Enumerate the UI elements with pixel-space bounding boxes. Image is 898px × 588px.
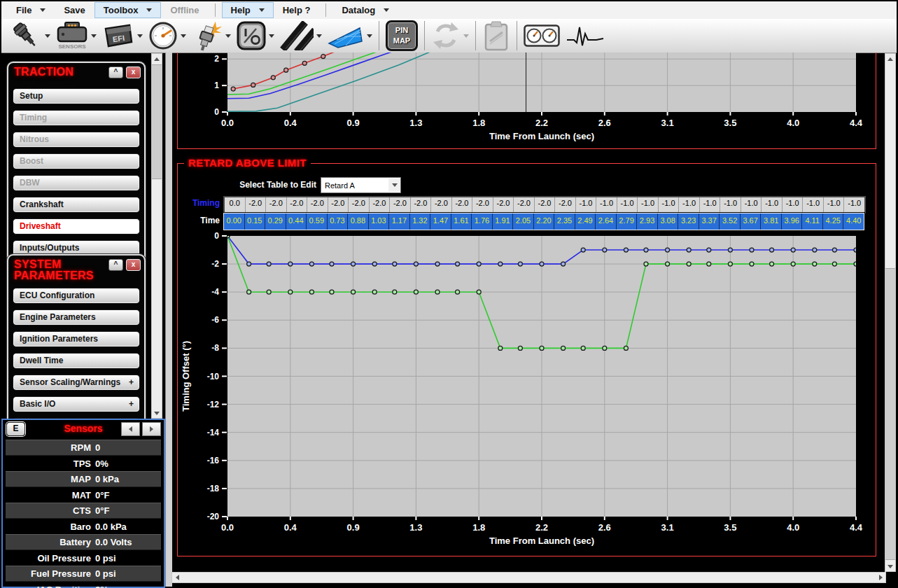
timing-cell[interactable]: -1.0 [617,197,638,212]
timing-cell[interactable]: -1.0 [782,197,803,212]
sidebar-item-dwell-time[interactable]: Dwell Time [13,353,140,369]
time-cell[interactable]: 4.11 [801,214,822,230]
collapse-panel-button[interactable]: ^ [108,259,123,271]
dropdown-arrow-icon[interactable] [181,34,186,38]
retard-b-point[interactable] [707,262,711,266]
sidebar-scrollbar[interactable] [151,53,162,419]
retard-b-point[interactable] [791,262,795,266]
timing-cell[interactable]: -2.0 [328,197,349,212]
retard-a-point[interactable] [351,262,356,266]
retard-b-point[interactable] [540,346,544,350]
scroll-down-button[interactable] [152,408,162,418]
scroll-right-button[interactable] [876,573,885,582]
retard-b-point[interactable] [435,290,440,294]
retard-b-point[interactable] [581,346,585,350]
sidebar-item-dbw[interactable]: DBW [13,175,140,191]
scroll-down-button[interactable] [885,561,895,571]
sidebar-item-crankshaft[interactable]: Crankshaft [13,197,140,213]
retard-b-point[interactable] [624,346,628,350]
menu-item-help[interactable]: Help [222,2,274,18]
retard-b-point[interactable] [351,290,356,294]
scrollbar-thumb[interactable] [885,268,895,560]
menu-item-save[interactable]: Save [55,3,94,18]
close-panel-button[interactable]: x [126,66,141,78]
retard-b-point[interactable] [456,290,460,294]
time-cell[interactable]: 2.35 [554,214,575,230]
dropdown-arrow-icon[interactable] [45,34,50,38]
time-cell[interactable]: 0.29 [265,214,286,230]
sidebar-item-ecu-configuration[interactable]: ECU Configuration [13,288,140,304]
retard-a-point[interactable] [687,248,691,252]
pulse-tool-button[interactable] [563,20,608,52]
retard-b-point[interactable] [372,290,377,294]
retard-a-point[interactable] [498,262,503,266]
time-cell[interactable]: 2.49 [575,214,596,230]
retard-a-point[interactable] [854,248,858,252]
series-red-point[interactable] [231,87,235,91]
retard-a-point[interactable] [309,262,314,266]
dropdown-arrow-icon[interactable] [463,34,469,38]
time-cell[interactable]: 0.88 [347,214,368,230]
dropdown-arrow-icon[interactable] [367,34,372,38]
retard-a-point[interactable] [581,248,585,252]
time-cell[interactable]: 3.23 [678,214,699,230]
retard-a-point[interactable] [624,248,628,252]
time-cell[interactable]: 1.91 [492,214,513,230]
timing-cell[interactable]: -1.0 [637,197,658,212]
retard-a-point[interactable] [372,262,377,266]
retard-a-point[interactable] [813,248,817,252]
edit-sensors-button[interactable]: E [6,422,25,436]
retard-b-point[interactable] [330,290,334,294]
retard-b-point[interactable] [393,290,397,294]
retard-b-point[interactable] [603,346,607,350]
retard-a-point[interactable] [414,262,418,266]
timing-cell[interactable]: 0.0 [225,197,245,212]
sidebar-item-ignition-parameters[interactable]: Ignition Parameters [13,331,140,347]
dropdown-arrow-icon[interactable] [146,8,152,12]
dropdown-arrow-icon[interactable] [91,34,97,38]
time-cell[interactable]: 4.40 [843,214,864,230]
retard-b-point[interactable] [498,346,503,350]
sidebar-item-driveshaft[interactable]: Driveshaft [13,218,140,234]
retard-b-point[interactable] [561,346,566,350]
retard-b-point[interactable] [666,262,670,266]
time-cell[interactable]: 1.17 [388,214,409,230]
retard-a-point[interactable] [707,248,711,252]
time-cell[interactable]: 2.79 [616,214,637,230]
retard-b-point[interactable] [750,262,754,266]
retard-a-point[interactable] [770,248,774,252]
retard-a-point[interactable] [666,248,670,252]
menu-item-file[interactable]: File [7,3,55,18]
series-red-point[interactable] [302,61,307,65]
injector-tool-button[interactable] [7,20,53,52]
timing-cell[interactable]: -2.0 [493,197,514,212]
retard-a-point[interactable] [561,262,566,266]
sidebar-item-engine-parameters[interactable]: Engine Parameters [13,309,140,326]
main-vertical-scrollbar[interactable] [885,53,896,572]
retard-b-point[interactable] [770,262,774,266]
retard-b-point[interactable] [518,346,522,350]
gauge-tool-button[interactable] [146,20,189,52]
retard-b-point[interactable] [247,290,251,294]
sync-tool-button[interactable] [428,20,472,52]
sensors-prev-button[interactable] [121,422,140,436]
retard-b-point[interactable] [832,262,836,266]
retard-b-point[interactable] [644,262,648,266]
launch-overview-chart[interactable]: 0.00.40.91.31.82.22.63.13.54.04.4012Time… [178,52,874,148]
menu-item-toolbox[interactable]: Toolbox [94,2,162,18]
menu-item-datalog[interactable]: Datalog [332,3,398,18]
dropdown-arrow-icon[interactable] [269,34,274,38]
time-cell[interactable]: 3.08 [657,214,678,230]
time-cell[interactable]: 1.76 [471,214,492,230]
time-cell[interactable]: 2.64 [595,214,616,230]
sidebar-item-setup[interactable]: Setup [13,88,140,104]
timing-cell[interactable]: -1.0 [761,197,782,212]
sidebar-item-basic-i-o[interactable]: Basic I/O+ [13,396,140,412]
timing-cell[interactable]: -1.0 [699,197,720,212]
scroll-left-button[interactable] [172,573,182,582]
gauges-tool-button[interactable] [521,20,563,52]
time-cell[interactable]: 1.32 [409,214,430,230]
timing-cell[interactable]: -2.0 [245,197,266,212]
dropdown-arrow-icon[interactable] [384,8,389,12]
traction-stripes-tool-button[interactable] [277,20,325,52]
